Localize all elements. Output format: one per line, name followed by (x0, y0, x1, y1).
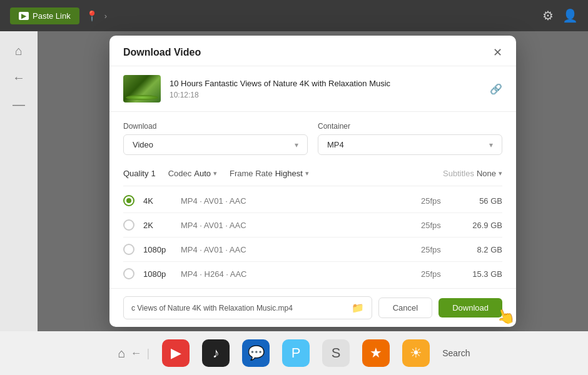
filename-area: c Views of Nature 4K with Relaxation Mus… (123, 296, 372, 319)
radio-button[interactable] (123, 219, 134, 231)
resolution-name: 4K (143, 196, 181, 206)
filename-text: c Views of Nature 4K with Relaxation Mus… (131, 304, 348, 312)
resolution-codec: MP4 · H264 · AAC (181, 269, 421, 279)
codec-filter[interactable]: Codec Auto ▾ (168, 169, 217, 178)
resolution-row[interactable]: 1080pMP4 · H264 · AAC25fps15.3 GB (123, 262, 502, 286)
radio-button[interactable] (123, 244, 134, 255)
top-bar: ▶ Paste Link 📍 › ⚙ 👤 (0, 0, 588, 31)
resolution-size: 8.2 GB (459, 245, 502, 254)
taskbar-icon-orange[interactable]: ★ (362, 339, 390, 367)
container-col: Container MP4 ▾ (318, 122, 502, 155)
download-container-row: Download Video ▾ Container MP4 ▾ (123, 122, 502, 155)
video-title: 10 Hours Fantastic Views of Nature 4K wi… (170, 79, 481, 88)
resolution-fps: 25fps (421, 245, 459, 254)
resolution-name: 1080p (143, 245, 181, 254)
frame-rate-value: Highest (275, 169, 303, 178)
taskbar-icon-yellow[interactable]: ☀ (402, 339, 430, 367)
folder-icon[interactable]: 📁 (352, 302, 364, 314)
modal-title: Download Video (123, 47, 201, 58)
resolution-codec: MP4 · AV01 · AAC (181, 245, 421, 254)
taskbar-separator: | (147, 347, 150, 360)
top-bar-right: ⚙ 👤 (542, 8, 578, 23)
resolution-name: 1080p (143, 269, 181, 279)
resolution-size: 15.3 GB (459, 269, 502, 279)
resolution-fps: 25fps (421, 196, 459, 206)
download-chevron-icon: ▾ (295, 141, 298, 149)
container-value: MP4 (327, 140, 344, 149)
taskbar-icon-grey[interactable]: S (322, 339, 350, 367)
subtitles-label: Subtitles (443, 169, 474, 178)
taskbar-icon-music[interactable]: ♪ (202, 339, 230, 367)
codec-label: Codec (168, 169, 192, 178)
modal-close-button[interactable]: ✕ (493, 47, 502, 58)
resolution-list: 4KMP4 · AV01 · AAC25fps56 GB2KMP4 · AV01… (123, 186, 502, 288)
resolution-size: 56 GB (459, 196, 502, 206)
sidebar-back-icon[interactable]: ← (13, 71, 25, 85)
video-info-row: 10 Hours Fantastic Views of Nature 4K wi… (109, 66, 516, 112)
modal-header: Download Video ✕ (109, 36, 516, 66)
frame-rate-label: Frame Rate (230, 169, 273, 178)
paste-link-label: Paste Link (33, 11, 71, 21)
video-thumbnail (123, 75, 161, 102)
taskbar-nav: ⌂ ← | (118, 346, 150, 361)
cursor-hand-icon: 👆 (494, 305, 516, 327)
quality-label: Quality (123, 169, 148, 178)
download-col: Download Video ▾ (123, 122, 308, 155)
sidebar: ⌂ ← — (0, 31, 38, 331)
download-btn-label: Download (452, 303, 489, 312)
resolution-codec: MP4 · AV01 · AAC (181, 221, 421, 230)
modal-overlay: Download Video ✕ 10 Hours Fantastic View… (38, 31, 588, 331)
frame-rate-filter[interactable]: Frame Rate Highest ▾ (230, 169, 309, 178)
codec-value: Auto (194, 169, 211, 178)
container-select[interactable]: MP4 ▾ (318, 134, 502, 155)
quality-number: 1 (151, 169, 155, 178)
codec-chevron-icon: ▾ (213, 169, 217, 178)
modal-footer: c Views of Nature 4K with Relaxation Mus… (109, 288, 516, 327)
container-chevron-icon: ▾ (489, 141, 493, 149)
download-label: Download (123, 122, 308, 131)
sidebar-divider: — (13, 98, 25, 112)
subtitles-chevron-icon: ▾ (499, 169, 502, 178)
download-select[interactable]: Video ▾ (123, 134, 308, 155)
location-icon[interactable]: 📍 (86, 10, 98, 22)
subtitles-filter[interactable]: Subtitles None ▾ (443, 169, 502, 178)
video-meta: 10 Hours Fantastic Views of Nature 4K wi… (170, 79, 481, 99)
resolution-row[interactable]: 4KMP4 · AV01 · AAC25fps56 GB (123, 189, 502, 213)
resolution-codec: MP4 · AV01 · AAC (181, 196, 421, 206)
youtube-icon: ▶ (19, 12, 29, 20)
link-icon[interactable]: 🔗 (490, 83, 502, 95)
download-value: Video (133, 140, 153, 149)
container-label: Container (318, 122, 502, 131)
subtitles-value: None (477, 169, 496, 178)
radio-button[interactable] (123, 195, 134, 206)
resolution-name: 2K (143, 221, 181, 230)
nav-arrow: › (104, 11, 107, 21)
taskbar-icon-red[interactable]: ▶ (162, 339, 190, 367)
user-icon[interactable]: 👤 (562, 8, 578, 23)
resolution-row[interactable]: 2KMP4 · AV01 · AAC25fps26.9 GB (123, 213, 502, 238)
taskbar-icon-paypal[interactable]: P (282, 339, 310, 367)
video-duration: 10:12:18 (170, 91, 481, 99)
cancel-button[interactable]: Cancel (378, 298, 432, 318)
sidebar-home-icon[interactable]: ⌂ (15, 44, 23, 58)
taskbar-home-icon[interactable]: ⌂ (118, 346, 125, 361)
form-area: Download Video ▾ Container MP4 ▾ Quality (109, 112, 516, 288)
taskbar-back-icon[interactable]: ← (131, 347, 142, 360)
taskbar-icon-blue[interactable]: 💬 (242, 339, 270, 367)
download-video-modal: Download Video ✕ 10 Hours Fantastic View… (109, 36, 516, 327)
resolution-row[interactable]: 1080pMP4 · AV01 · AAC25fps8.2 GB (123, 238, 502, 262)
resolution-fps: 25fps (421, 221, 459, 230)
search-label: Search (442, 348, 470, 358)
resolution-fps: 25fps (421, 269, 459, 279)
resolution-size: 26.9 GB (459, 221, 502, 230)
settings-icon[interactable]: ⚙ (542, 8, 554, 23)
taskbar: ⌂ ← | ▶ ♪ 💬 P S ★ ☀ Search (0, 331, 588, 375)
frame-rate-chevron-icon: ▾ (305, 169, 309, 178)
quality-filter-row: Quality 1 Codec Auto ▾ Frame Rate Highes… (123, 164, 502, 186)
download-button[interactable]: Download 👆 (438, 298, 502, 318)
radio-button[interactable] (123, 268, 134, 279)
paste-link-button[interactable]: ▶ Paste Link (10, 8, 79, 24)
